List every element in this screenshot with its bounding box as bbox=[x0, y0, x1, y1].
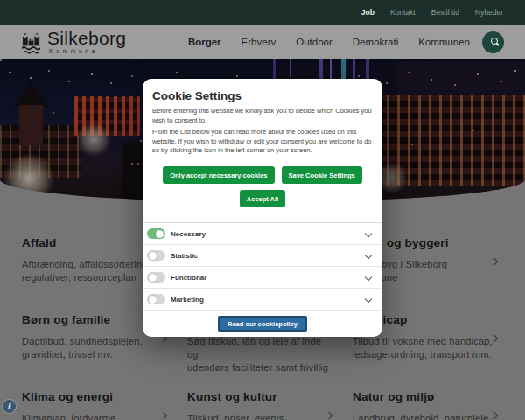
chevron-down-icon[interactable] bbox=[365, 230, 372, 237]
toggle-label: Marketing bbox=[171, 296, 204, 304]
toggle-row-marketing[interactable]: Marketing bbox=[143, 289, 382, 311]
section-desc: Landbrug, dyrehold, naturpleje, bbox=[353, 412, 497, 420]
toggle-row-statistic[interactable]: Statistic bbox=[143, 245, 382, 267]
section-title: Klima og energi bbox=[22, 390, 166, 405]
main-nav: Borger Erhverv Outdoor Demokrati Kommune… bbox=[188, 37, 470, 47]
modal-title: Cookie Settings bbox=[152, 89, 242, 102]
necessary-toggle[interactable] bbox=[147, 228, 165, 239]
section-natur-og-miljo[interactable]: Natur og miljø Landbrug, dyrehold, natur… bbox=[353, 390, 497, 420]
toggle-knob bbox=[149, 252, 157, 260]
chevron-down-icon[interactable] bbox=[365, 274, 372, 281]
toggle-row-functional[interactable]: Functional bbox=[143, 267, 382, 289]
site-header: Silkeborg Kommune Borger Erhverv Outdoor… bbox=[0, 24, 525, 60]
topbar-link-bestil-tid[interactable]: Bestil tid bbox=[431, 8, 459, 17]
modal-intro-text: Before entering this website we kindly a… bbox=[152, 107, 373, 125]
modal-footer: Read our cookiepolicy bbox=[143, 316, 382, 332]
toggle-knob bbox=[149, 296, 157, 304]
topbar-link-job[interactable]: Job bbox=[361, 8, 374, 17]
section-klima-og-energi[interactable]: Klima og energi Klimaplan, jordvarme, bbox=[22, 390, 166, 420]
search-button[interactable] bbox=[482, 32, 504, 53]
cookie-toggle-list: Necessary Statistic Functional Marketing bbox=[143, 222, 382, 311]
chevron-down-icon[interactable] bbox=[365, 252, 372, 259]
section-desc: Klimaplan, jordvarme, bbox=[22, 412, 166, 420]
toggle-row-necessary[interactable]: Necessary bbox=[143, 223, 382, 245]
nav-demokrati[interactable]: Demokrati bbox=[353, 37, 398, 47]
utility-bar: Job Kontakt Bestil tid Nyheder bbox=[0, 0, 525, 24]
silkeborg-crest-icon bbox=[21, 31, 41, 54]
section-title: Natur og miljø bbox=[353, 390, 497, 405]
modal-button-row: Only accept necessary cookies Save Cooki… bbox=[143, 166, 382, 184]
logo-title: Silkeborg bbox=[47, 30, 126, 47]
only-necessary-button[interactable]: Only accept necessary cookies bbox=[163, 166, 274, 184]
toggle-label: Necessary bbox=[171, 230, 206, 238]
section-desc: Tilbud til voksne med handicap, ledsager… bbox=[353, 335, 497, 361]
modal-details-text: From the List below you can read more ab… bbox=[152, 128, 373, 156]
nav-erhverv[interactable]: Erhverv bbox=[242, 37, 276, 47]
nav-kommunen[interactable]: Kommunen bbox=[418, 37, 470, 47]
nav-outdoor[interactable]: Outdoor bbox=[296, 37, 332, 47]
toggle-label: Statistic bbox=[171, 252, 198, 260]
toggle-label: Functional bbox=[171, 274, 206, 282]
cookie-info-icon[interactable]: i bbox=[3, 400, 16, 413]
toggle-knob bbox=[149, 274, 157, 282]
functional-toggle[interactable] bbox=[147, 272, 165, 283]
section-desc: Dagtilbud, sundhedsplejen, graviditet, t… bbox=[22, 335, 166, 361]
chevron-down-icon[interactable] bbox=[365, 296, 372, 303]
read-cookiepolicy-button[interactable]: Read our cookiepolicy bbox=[218, 316, 307, 332]
logo-subtitle: Kommune bbox=[47, 48, 126, 54]
section-title: Kunst og kultur bbox=[187, 390, 332, 405]
topbar-link-kontakt[interactable]: Kontakt bbox=[390, 8, 416, 17]
toggle-knob bbox=[156, 230, 164, 238]
save-settings-button[interactable]: Save Cookie Settings bbox=[282, 166, 362, 184]
nav-borger[interactable]: Borger bbox=[188, 37, 221, 47]
accept-all-button[interactable]: Accept All bbox=[240, 190, 285, 207]
silkeborg-logo[interactable]: Silkeborg Kommune bbox=[21, 30, 126, 54]
section-desc: Søg tilskud, lån og leje af inde og uden… bbox=[187, 335, 332, 374]
search-icon bbox=[491, 38, 498, 45]
marketing-toggle[interactable] bbox=[147, 294, 165, 304]
section-kunst-og-kultur[interactable]: Kunst og kultur Tilskud, priser, events,… bbox=[187, 390, 332, 420]
modal-accept-row: Accept All bbox=[143, 190, 382, 207]
topbar-link-nyheder[interactable]: Nyheder bbox=[475, 8, 503, 17]
cookie-settings-modal: Cookie Settings Before entering this web… bbox=[143, 79, 382, 337]
section-desc: Tilskud, priser, events, kulturpolitik bbox=[187, 412, 332, 420]
statistic-toggle[interactable] bbox=[147, 250, 165, 261]
